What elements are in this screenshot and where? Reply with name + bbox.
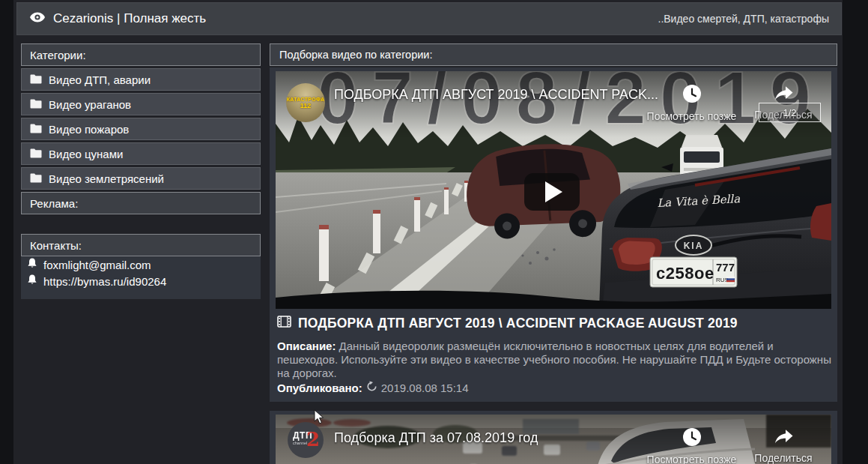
folder-icon — [30, 123, 42, 136]
top-bar: Cezarionis | Полная жесть ..Видео смерте… — [16, 2, 842, 35]
plate-region: 777 — [716, 261, 735, 274]
player-video-title[interactable]: Подборка ДТП за 07.08.2019 год — [334, 430, 538, 446]
bell-icon — [27, 274, 37, 288]
ads-header-label: Реклама: — [30, 197, 78, 210]
clock-icon — [682, 93, 702, 106]
video-description: Описание: Данный видеоролик размещён иск… — [277, 340, 834, 380]
video-card-2: ДТП channel 2 Подборка ДТП за 07.08.2019… — [270, 411, 837, 464]
section-header-label: Подборка видео по категории: — [279, 49, 432, 61]
video-title-row: ПОДБОРКА ДТП АВГУСТ 2019 \ ACCIDENT PACK… — [277, 316, 831, 331]
site-brand[interactable]: Cezarionis | Полная жесть — [29, 11, 206, 27]
contacts-header: Контакты: — [21, 234, 261, 256]
watch-later-button[interactable]: Посмотреть позже — [634, 427, 750, 464]
play-button[interactable] — [524, 173, 580, 211]
section-header: Подборка видео по категории: — [270, 43, 837, 66]
sidebar-item-earthquakes[interactable]: Видео землетрясений — [21, 167, 261, 190]
plate-number: с258ое — [656, 264, 714, 283]
watch-later-label: Посмотреть позже — [634, 110, 750, 122]
video-title-text: ПОДБОРКА ДТП АВГУСТ 2019 \ ACCIDENT PACK… — [298, 316, 738, 331]
sidebar-item-hurricanes[interactable]: Видео ураганов — [21, 93, 261, 115]
license-plate: с258ое 777 RUS — [650, 257, 737, 287]
published-value: 2019.08.08 15:14 — [381, 382, 469, 394]
video-published-row: Опубликовано: 2019.08.08 15:14 — [277, 381, 831, 394]
sidebar-item-dtp[interactable]: Видео ДТП, аварии — [21, 68, 261, 91]
categories-header-label: Категории: — [30, 49, 86, 61]
sidebar: Категории: Видео ДТП, аварии Видео урага… — [21, 43, 261, 217]
sidebar-item-fires[interactable]: Видео пожаров — [21, 118, 261, 140]
sidebar-item-label: Видео цунами — [49, 148, 123, 160]
contact-url[interactable]: https://bymas.ru/id90264 — [21, 273, 261, 289]
share-icon — [773, 435, 794, 448]
sidebar-item-label: Видео пожаров — [49, 123, 129, 136]
share-label: Поделиться — [749, 452, 818, 464]
description-label: Описание: — [277, 340, 336, 352]
watch-later-button[interactable]: Посмотреть позже — [634, 84, 750, 122]
car-brand-text: KIA — [684, 241, 704, 251]
folder-icon — [30, 98, 42, 111]
folder-icon — [30, 172, 42, 185]
share-button[interactable]: Поделиться — [749, 427, 818, 464]
main-column: Подборка видео по категории: 07/08/2019 — [270, 43, 837, 464]
contact-label: https://bymas.ru/id90264 — [43, 275, 166, 288]
player-video-title[interactable]: ПОДБОРКА ДТП АВГУСТ 2019 \ ACCIDENT PACK… — [334, 87, 658, 103]
folder-icon — [30, 73, 42, 86]
bell-icon — [27, 258, 37, 271]
video-player-2[interactable]: ДТП channel 2 Подборка ДТП за 07.08.2019… — [276, 415, 831, 464]
ads-header: Реклама: — [21, 192, 261, 214]
channel-avatar-number: 2 — [306, 428, 320, 451]
clock-icon — [682, 436, 702, 449]
contact-label: foxmlight@gmail.com — [43, 259, 151, 271]
contact-email[interactable]: foxmlight@gmail.com — [21, 256, 261, 273]
contacts-header-label: Контакты: — [30, 239, 82, 252]
channel-avatar-text: 112 — [300, 102, 312, 109]
published-label: Опубликовано: — [277, 382, 362, 394]
channel-avatar-text: КАТАСТРОФА — [287, 97, 325, 102]
history-icon — [366, 381, 377, 394]
video-card-1: 07/08/2019 — [270, 67, 837, 402]
folder-icon — [30, 148, 42, 160]
channel-avatar[interactable]: ДТП channel 2 — [288, 422, 324, 458]
sidebar-item-tsunami[interactable]: Видео цунами — [21, 142, 261, 165]
video-player-1[interactable]: 07/08/2019 — [276, 71, 831, 309]
sidebar-item-label: Видео землетрясений — [49, 172, 164, 185]
film-icon — [277, 316, 291, 331]
site-title: Cezarionis | Полная жесть — [53, 11, 206, 26]
categories-header: Категории: — [21, 43, 261, 66]
description-text: Данный видеоролик размещён исключительно… — [277, 340, 831, 379]
channel-avatar[interactable]: КАТАСТРОФА 112 — [286, 83, 325, 122]
sidebar-item-label: Видео ураганов — [49, 98, 131, 111]
eye-icon — [29, 11, 46, 27]
playlist-index-badge: 1/2 — [759, 103, 821, 122]
contacts-panel: Контакты: foxmlight@gmail.com https://by… — [21, 234, 261, 299]
watch-later-label: Посмотреть позже — [634, 454, 750, 464]
site-tagline: ..Видео смертей, ДТП, катастрофы — [658, 13, 830, 25]
sidebar-item-label: Видео ДТП, аварии — [49, 73, 151, 86]
